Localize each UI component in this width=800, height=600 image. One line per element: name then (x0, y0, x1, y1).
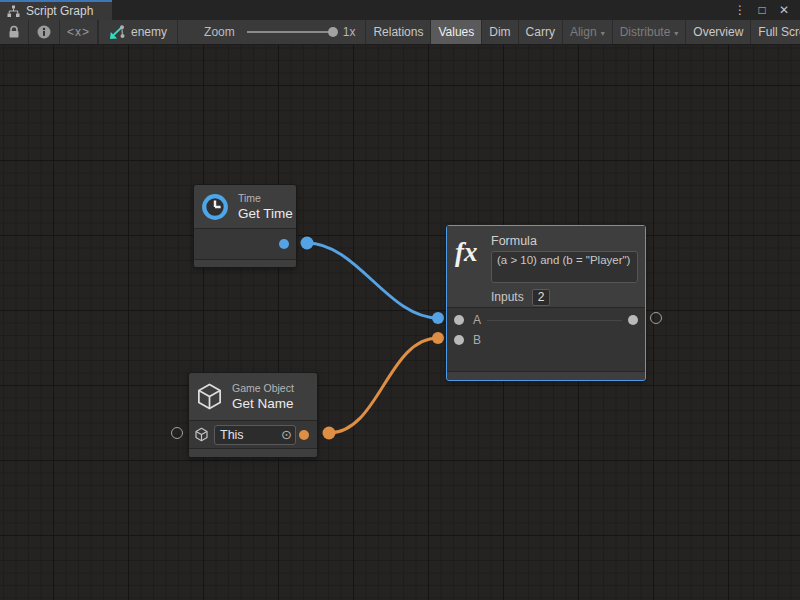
node-get-time[interactable]: Time Get Time (193, 184, 297, 268)
node-category: Time (238, 192, 293, 205)
graph-select-button[interactable]: enemy (98, 20, 178, 44)
distribute-label: Distribute (620, 25, 671, 39)
code-preview-button[interactable]: <x> (60, 20, 98, 44)
node-formula-footer (447, 371, 645, 380)
graph-name-label: enemy (131, 25, 167, 39)
carry-button[interactable]: Carry (519, 20, 563, 44)
target-object-value: This (215, 428, 281, 442)
toolbar-right-group: Relations Values Dim Carry Align ▾ Distr… (365, 20, 800, 44)
node-get-name[interactable]: Game Object Get Name This ⊙ (188, 372, 318, 458)
cube-icon (195, 382, 224, 411)
tab-script-graph[interactable]: Script Graph (0, 0, 112, 20)
row-grid-line (487, 320, 622, 321)
graph-toolbar: <x> enemy Zoom 1x Relations Values Dim C… (0, 20, 800, 45)
node-get-time-header: Time Get Time (194, 185, 296, 228)
zoom-slider[interactable] (247, 31, 333, 33)
node-get-name-ports: This ⊙ (189, 420, 317, 448)
fullscreen-button[interactable]: Full Screen (751, 20, 800, 44)
overview-button[interactable]: Overview (686, 20, 751, 44)
node-title: Get Name (232, 395, 294, 412)
info-icon (37, 25, 51, 39)
code-icon: <x> (67, 25, 90, 39)
zoom-label: Zoom (204, 25, 235, 39)
dim-button[interactable]: Dim (482, 20, 518, 44)
inputs-label: Inputs (491, 290, 524, 304)
get-name-input-hollow-port[interactable] (171, 427, 183, 439)
maximize-icon[interactable]: □ (754, 0, 770, 20)
input-port-a[interactable] (454, 315, 464, 325)
port-label-b: B (473, 333, 481, 347)
menu-icon[interactable]: ⋮ (732, 0, 748, 20)
node-formula-header: fx Formula (a > 10) and (b = "Player") I… (447, 226, 645, 307)
cube-icon-small (194, 427, 209, 442)
wire-endpoint-blue-end[interactable] (432, 312, 444, 324)
lock-button[interactable] (0, 20, 29, 44)
wires-layer (0, 45, 800, 600)
wire-endpoint-orange-start[interactable] (323, 427, 336, 440)
zoom-control: Zoom 1x (178, 20, 365, 44)
node-get-time-ports (194, 228, 296, 259)
object-picker-icon[interactable]: ⊙ (281, 428, 295, 441)
values-button[interactable]: Values (431, 20, 482, 44)
clock-icon (200, 192, 230, 222)
output-port-seconds[interactable] (279, 239, 289, 249)
target-object-field[interactable]: This ⊙ (214, 425, 296, 445)
chevron-down-icon: ▾ (601, 29, 605, 38)
distribute-button[interactable]: Distribute ▾ (613, 20, 687, 44)
node-formula-ports: A B (447, 307, 645, 371)
inputs-count-input[interactable]: 2 (532, 289, 551, 306)
zoom-value: 1x (343, 25, 356, 39)
port-row-b: B (447, 330, 645, 350)
node-category: Game Object (232, 382, 294, 395)
output-port-result[interactable] (628, 315, 638, 325)
port-row-a: A (447, 310, 645, 330)
node-formula[interactable]: fx Formula (a > 10) and (b = "Player") I… (446, 225, 646, 381)
node-title: Get Time (238, 205, 293, 222)
info-button[interactable] (29, 20, 60, 44)
align-button[interactable]: Align ▾ (563, 20, 613, 44)
input-port-b[interactable] (454, 335, 464, 345)
output-port-name[interactable] (299, 430, 309, 440)
script-graph-icon (7, 5, 20, 18)
chevron-down-icon: ▾ (674, 29, 678, 38)
wire-endpoint-orange-end[interactable] (432, 332, 444, 344)
wire-get-time-to-formula-a[interactable] (307, 243, 438, 318)
formula-output-hollow-port[interactable] (650, 312, 662, 324)
node-get-name-footer (189, 448, 317, 457)
wire-get-name-to-formula-b[interactable] (329, 338, 438, 433)
relations-button[interactable]: Relations (366, 20, 431, 44)
graph-canvas[interactable]: Time Get Time fx Formula (a > 10) and (b… (0, 45, 800, 600)
fx-icon: fx (455, 237, 491, 307)
title-bar: Script Graph ⋮ □ ✕ (0, 0, 800, 20)
align-label: Align (570, 25, 597, 39)
node-get-time-footer (194, 259, 296, 267)
lock-icon (8, 25, 20, 39)
wire-endpoint-blue-start[interactable] (301, 237, 314, 250)
formula-expression-input[interactable]: (a > 10) and (b = "Player") (491, 251, 638, 283)
node-get-name-header: Game Object Get Name (189, 373, 317, 420)
close-icon[interactable]: ✕ (776, 0, 792, 20)
window-controls: ⋮ □ ✕ (732, 0, 800, 20)
graph-asset-icon (109, 24, 125, 40)
port-label-a: A (473, 313, 481, 327)
tab-title: Script Graph (26, 4, 93, 18)
node-title: Formula (491, 231, 638, 251)
zoom-slider-handle[interactable] (328, 27, 338, 37)
